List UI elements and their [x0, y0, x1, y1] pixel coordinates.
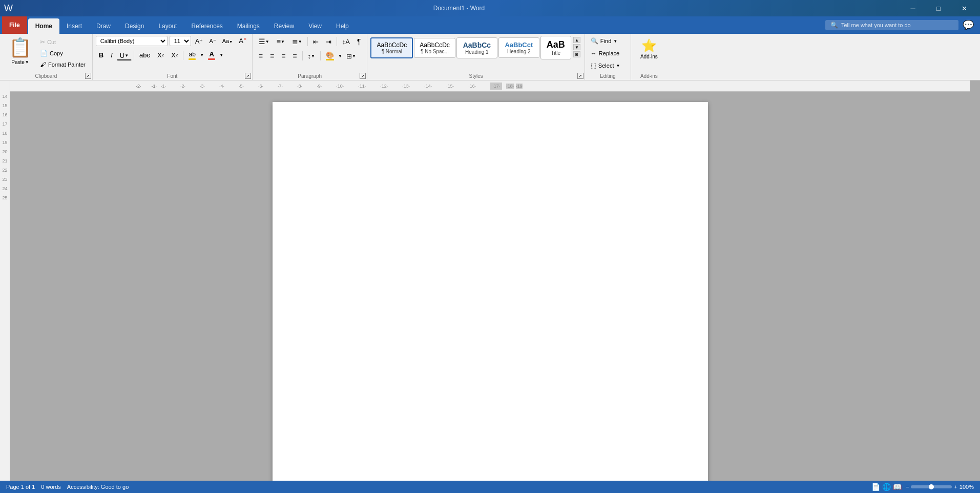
style-nospace[interactable]: AaBbCcDc ¶ No Spac... [414, 38, 455, 58]
minimize-button[interactable]: ─ [901, 0, 925, 16]
copy-button[interactable]: 📄 Copy [37, 48, 88, 58]
font-expand[interactable]: ↗ [245, 73, 251, 79]
tab-references[interactable]: References [184, 18, 230, 34]
find-button[interactable]: 🔍 Find ▼ [588, 36, 620, 46]
zoom-slider-thumb[interactable] [929, 484, 934, 489]
bullets-button[interactable]: ☰ ▼ [256, 36, 273, 47]
document-page[interactable]: 🎓 [273, 102, 708, 481]
zoom-level[interactable]: 100% [960, 484, 974, 490]
font-grow-button[interactable]: A⁺ [193, 36, 205, 46]
paste-icon: 📋 [9, 38, 32, 57]
shading-color-bar [326, 59, 334, 60]
bullets-dropdown: ▼ [265, 39, 269, 44]
paragraph-expand[interactable]: ↗ [360, 73, 366, 79]
zoom-in-btn[interactable]: + [954, 484, 957, 490]
scroll-area[interactable]: 🎓 [10, 92, 970, 481]
style-heading2[interactable]: AaBbCct Heading 2 [498, 37, 539, 58]
maximize-button[interactable]: □ [927, 0, 950, 16]
styles-expand[interactable]: ↗ [577, 73, 583, 79]
tab-file[interactable]: File [2, 16, 27, 34]
align-right-button[interactable]: ≡ [278, 50, 288, 61]
paste-button[interactable]: 📋 [4, 36, 36, 59]
tab-review[interactable]: Review [267, 18, 301, 34]
decrease-indent-button[interactable]: ⇤ [310, 36, 322, 47]
styles-scroll-up[interactable]: ▲ [573, 37, 580, 43]
multilevel-button[interactable]: ≣ ▼ [289, 36, 305, 47]
paste-label-area[interactable]: Paste ▼ [11, 59, 29, 65]
italic-button[interactable]: I [108, 50, 116, 60]
replace-button[interactable]: ↔ Replace [588, 48, 622, 58]
format-painter-icon: 🖌 [40, 61, 46, 68]
justify-button[interactable]: ≡ [289, 50, 300, 61]
clipboard-expand[interactable]: ↗ [85, 73, 91, 79]
bullets-icon: ☰ [259, 37, 265, 46]
font-label: Font [93, 73, 252, 79]
print-layout-btn[interactable]: 📄 [871, 483, 880, 491]
text-highlight-button[interactable]: ab [185, 49, 199, 61]
font-shrink-button[interactable]: A⁻ [207, 37, 218, 46]
font-family-select[interactable]: Calibri (Body) [96, 36, 168, 46]
ribbon-search-box[interactable]: 🔍 Tell me what you want to do [825, 20, 958, 30]
italic-icon: I [111, 51, 113, 59]
numbering-button[interactable]: ≡ ▼ [274, 36, 288, 47]
main-content: -2·-1· ·1· ·2· ·3· ·4· ·5· ·6· ·7· ·8· ·… [10, 80, 970, 481]
strikethrough-button[interactable]: abc [136, 50, 153, 60]
clear-format-button[interactable]: A✕ [237, 36, 249, 46]
style-heading2-label: Heading 2 [504, 49, 534, 54]
style-nospace-label: ¶ No Spac... [420, 49, 450, 54]
style-normal[interactable]: AaBbCcDc ¶ Normal [370, 37, 413, 58]
ruler-mark: 18 [0, 127, 10, 136]
format-painter-label: Format Painter [48, 61, 86, 68]
show-paragraph-button[interactable]: ¶ [354, 36, 364, 47]
chat-icon[interactable]: 💬 [963, 19, 974, 31]
find-dropdown: ▼ [613, 39, 617, 44]
tab-insert[interactable]: Insert [59, 18, 89, 34]
bold-button[interactable]: B [96, 50, 107, 60]
styles-scroll-down[interactable]: ▼ [573, 44, 580, 50]
select-button[interactable]: ⬚ Select ▼ [588, 60, 623, 71]
borders-button[interactable]: ⊞ ▼ [343, 51, 359, 61]
tab-design[interactable]: Design [118, 18, 151, 34]
tab-mailings[interactable]: Mailings [230, 18, 267, 34]
ruler-mark: 19 [0, 136, 10, 145]
zoom-out-btn[interactable]: − [906, 484, 909, 490]
ruler-mark: 22 [0, 163, 10, 173]
web-layout-btn[interactable]: 🌐 [882, 483, 891, 491]
cut-button[interactable]: ✂ Cut [37, 37, 88, 47]
clipboard-mini-buttons: ✂ Cut 📄 Copy 🖌 Format Painter [37, 37, 88, 70]
tab-help[interactable]: Help [329, 18, 356, 34]
font-color-button[interactable]: A [205, 49, 218, 61]
font-color-bar [208, 58, 215, 60]
subscript-button[interactable]: X2 [154, 50, 167, 60]
addins-button[interactable]: ⭐ Add-ins [636, 36, 662, 62]
line-spacing-button[interactable]: ↕ ▼ [305, 51, 318, 61]
read-mode-btn[interactable]: 📖 [893, 483, 902, 491]
select-dropdown: ▼ [616, 64, 620, 68]
tab-draw[interactable]: Draw [89, 18, 118, 34]
change-case-button[interactable]: Aa▼ [220, 37, 235, 45]
superscript-icon: 2 [176, 53, 178, 57]
increase-indent-icon: ⇥ [326, 38, 331, 46]
increase-indent-button[interactable]: ⇥ [323, 36, 335, 47]
format-painter-button[interactable]: 🖌 Format Painter [37, 59, 88, 70]
style-title[interactable]: AaB Title [540, 36, 571, 59]
highlight-dropdown[interactable]: ▼ [200, 53, 204, 57]
underline-button[interactable]: U ▼ [117, 50, 132, 60]
close-button[interactable]: ✕ [952, 0, 976, 16]
superscript-button[interactable]: X2 [168, 50, 181, 60]
font-color-dropdown[interactable]: ▼ [219, 53, 223, 57]
sort-button[interactable]: ↕A [339, 36, 353, 47]
font-size-select[interactable]: 11 [170, 36, 191, 46]
borders-icon: ⊞ [346, 52, 352, 60]
tab-layout[interactable]: Layout [151, 18, 184, 34]
style-heading1[interactable]: AaBbCc Heading 1 [456, 37, 497, 58]
shading-button[interactable]: 🎨 [323, 50, 337, 62]
styles-gallery-scroll: ▲ ▼ ⊞ [572, 36, 581, 58]
align-left-button[interactable]: ≡ [256, 50, 266, 61]
tab-view[interactable]: View [301, 18, 329, 34]
styles-expand-gallery[interactable]: ⊞ [573, 51, 580, 57]
shading-dropdown[interactable]: ▼ [338, 54, 342, 58]
tab-home[interactable]: Home [28, 18, 59, 34]
align-center-button[interactable]: ≡ [267, 50, 277, 61]
zoom-slider[interactable] [911, 485, 952, 488]
